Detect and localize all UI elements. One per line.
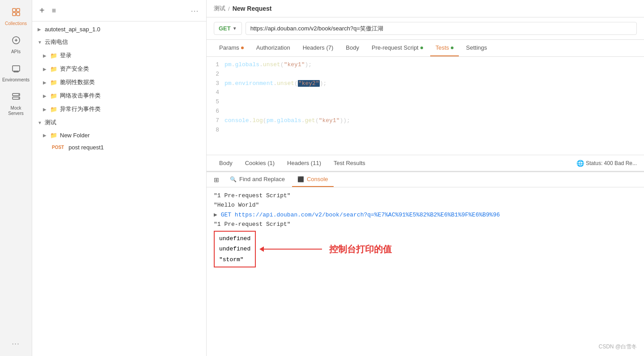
mock-servers-icon	[11, 92, 21, 104]
console-line-3: ▶ GET https://api.douban.com/v2/book/sea…	[214, 210, 637, 220]
console-output: "1 Pre-request Script" "Hello World" ▶ G…	[207, 187, 644, 297]
request-name-title: New Request	[233, 5, 272, 12]
tree-item-yichang[interactable]: ▶ 📁 异常行为事件类	[32, 102, 206, 116]
tree-item-label: 网络攻击事件类	[60, 92, 201, 100]
response-tab-body[interactable]: Body	[214, 157, 238, 169]
code-line-7: 7 console.log(pm.globals.get("key1"));	[207, 116, 644, 126]
method-badge: POST	[50, 144, 66, 150]
tree-item-label: post request1	[68, 144, 201, 151]
console-icon: ⬛	[297, 176, 304, 182]
url-bar: GET ▼	[207, 17, 644, 40]
line-number: 4	[207, 88, 225, 97]
console-text-4: "1 Pre-request Script"	[214, 221, 291, 228]
response-tab-cookies[interactable]: Cookies (1)	[240, 157, 280, 169]
chevron-icon: ▼	[38, 120, 43, 125]
response-tab-headers-label: Headers (11)	[287, 160, 321, 166]
tree-item-cuoruo[interactable]: ▶ 📁 脆弱性数据类	[32, 76, 206, 89]
tree-item-zichan[interactable]: ▶ 📁 资产安全类	[32, 62, 206, 76]
bottom-tab-console-label: Console	[307, 176, 328, 182]
method-selector[interactable]: GET ▼	[214, 22, 242, 35]
tree-item-newfolder[interactable]: ▶ 📁 New Folder	[32, 129, 206, 141]
tab-pre-request[interactable]: Pre-request Script	[366, 40, 428, 56]
tab-authorization-label: Authorization	[256, 44, 290, 51]
environments-label: Environments	[2, 77, 30, 83]
tab-headers[interactable]: Headers (7)	[297, 40, 339, 56]
panel-toggle-icon[interactable]: ⊞	[212, 174, 221, 185]
tree-item-label: 资产安全类	[60, 65, 201, 73]
tree-item-label: 云南电信	[45, 38, 201, 46]
tab-body-label: Body	[346, 44, 359, 51]
chevron-icon: ▶	[43, 93, 48, 98]
line-content: pm.environment.unset("key2");	[225, 79, 326, 89]
line-number: 6	[207, 107, 225, 116]
tree-item-ceshi[interactable]: ▼ 测试	[32, 116, 206, 129]
code-line-2: 2	[207, 70, 644, 79]
annotation-text: 控制台打印的值	[329, 243, 392, 255]
tests-dot	[451, 47, 453, 49]
tab-body[interactable]: Body	[340, 40, 364, 56]
line-number: 1	[207, 60, 225, 70]
console-text-1: "1 Pre-request Script"	[214, 192, 291, 199]
more-icon: ···	[12, 340, 20, 347]
collections-icon	[11, 7, 21, 19]
svg-point-10	[18, 98, 19, 99]
tab-params[interactable]: Params	[214, 40, 249, 56]
svg-rect-3	[17, 13, 20, 16]
svg-rect-1	[17, 8, 20, 12]
tree-item-autotest[interactable]: ▶ autotest_api_sap_1.0	[32, 23, 206, 35]
line-number: 7	[207, 116, 225, 126]
more-options-button[interactable]: ···	[189, 5, 201, 16]
tree-item-label: 登录	[60, 51, 201, 59]
line-number: 5	[207, 97, 225, 107]
folder-icon: 📁	[50, 93, 57, 99]
bottom-tab-find-replace[interactable]: 🔍 Find and Replace	[225, 172, 290, 187]
sidebar-icons: Collections APIs Environments	[0, 0, 32, 356]
code-line-8: 8	[207, 126, 644, 135]
tab-authorization[interactable]: Authorization	[251, 40, 296, 56]
bottom-tab-console[interactable]: ⬛ Console	[292, 172, 334, 187]
tree-item-wangluo[interactable]: ▶ 📁 网络攻击事件类	[32, 89, 206, 102]
sidebar-item-mock-servers[interactable]: Mock Servers	[2, 88, 30, 120]
add-collection-button[interactable]: +	[38, 4, 47, 17]
bottom-tab-find-replace-label: Find and Replace	[239, 176, 285, 182]
response-tab-test-results[interactable]: Test Results	[328, 157, 371, 169]
main-content: 测试 / New Request GET ▼ Params Authorizat…	[207, 0, 644, 356]
chevron-icon: ▼	[38, 40, 43, 45]
annotation-arrow-group: 控制台打印的值	[259, 243, 392, 255]
tab-settings-label: Settings	[466, 44, 487, 51]
request-tabs: Params Authorization Headers (7) Body Pr…	[207, 40, 644, 57]
tree-item-yunnan[interactable]: ▼ 云南电信	[32, 35, 206, 49]
svg-rect-5	[13, 66, 20, 71]
code-editor[interactable]: 1 pm.globals.unset("key1"); 2 3 pm.envir…	[207, 57, 644, 155]
chevron-icon: ▶	[43, 107, 48, 112]
response-tab-headers[interactable]: Headers (11)	[282, 157, 326, 169]
tab-settings[interactable]: Settings	[461, 40, 492, 56]
arrow-container	[259, 246, 322, 252]
breadcrumb-separator: /	[228, 5, 230, 12]
filter-button[interactable]: ≡	[50, 5, 58, 17]
tree-item-post1[interactable]: ▶ POST post request1	[32, 141, 206, 153]
sidebar-item-collections[interactable]: Collections	[2, 4, 30, 30]
url-input[interactable]	[246, 22, 637, 35]
response-tab-body-label: Body	[219, 160, 233, 166]
code-line-5: 5	[207, 97, 644, 107]
sidebar-item-more[interactable]: ···	[2, 336, 30, 356]
status-text: Status: 400 Bad Re...	[586, 160, 637, 166]
svg-rect-0	[13, 8, 16, 12]
collection-toolbar: + ≡ ···	[32, 0, 206, 21]
console-line-2: "Hello World"	[214, 200, 637, 210]
svg-rect-2	[13, 13, 16, 16]
folder-icon: 📁	[50, 106, 57, 113]
annotation-container: undefined undefined "storm" 控制台打印的值	[214, 231, 637, 267]
console-link[interactable]: GET https://api.douban.com/v2/book/searc…	[221, 212, 500, 218]
tree-item-denglu[interactable]: ▶ 📁 登录	[32, 49, 206, 62]
highlighted-value-1: undefined	[219, 233, 250, 244]
console-text-2: "Hello World"	[214, 202, 259, 208]
request-breadcrumb-bar: 测试 / New Request	[207, 0, 644, 17]
highlighted-values-box: undefined undefined "storm"	[214, 231, 256, 267]
sidebar-item-apis[interactable]: APIs	[2, 32, 30, 58]
sidebar-item-environments[interactable]: Environments	[2, 60, 30, 86]
apis-label: APIs	[11, 49, 21, 55]
tab-tests[interactable]: Tests	[430, 40, 459, 56]
apis-icon	[11, 35, 21, 47]
